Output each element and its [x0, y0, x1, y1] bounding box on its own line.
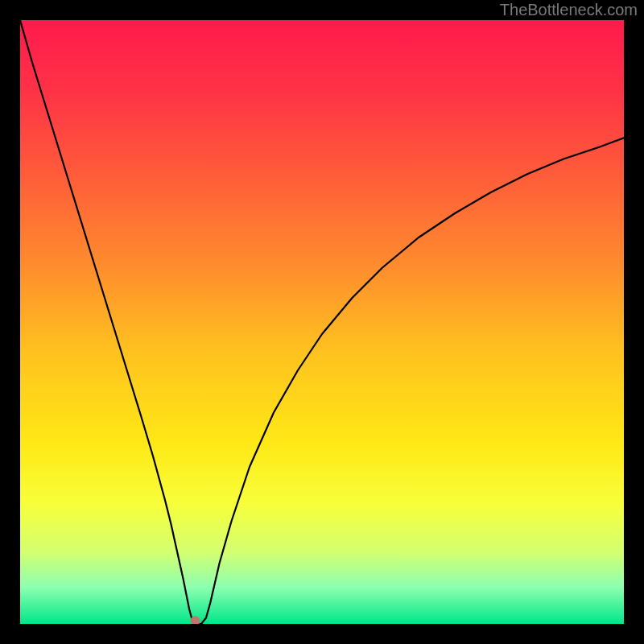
chart-frame: TheBottleneck.com — [0, 0, 644, 644]
chart-background — [20, 20, 624, 624]
plot-area — [20, 20, 624, 624]
chart-svg — [20, 20, 624, 624]
attribution-text: TheBottleneck.com — [500, 1, 638, 19]
